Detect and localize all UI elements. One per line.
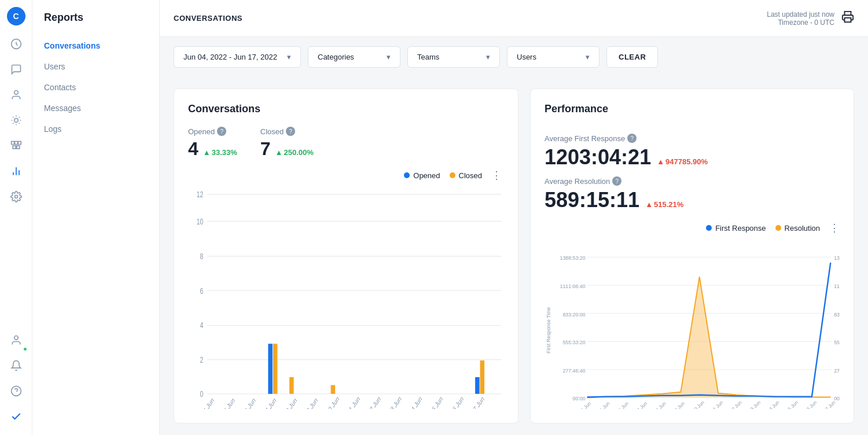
svg-text:4: 4 bbox=[200, 320, 204, 330]
timezone-text: Timezone - 0 UTC bbox=[767, 19, 834, 27]
svg-rect-6 bbox=[13, 146, 16, 149]
users-filter[interactable]: Users ▾ bbox=[507, 46, 599, 68]
svg-text:16 Jun: 16 Jun bbox=[450, 395, 465, 409]
svg-text:6: 6 bbox=[200, 286, 204, 296]
sidebar: Reports Conversations Users Contacts Mes… bbox=[32, 0, 160, 435]
date-range-filter[interactable]: Jun 04, 2022 - Jun 17, 2022 ▾ bbox=[174, 46, 301, 68]
svg-rect-43 bbox=[289, 377, 294, 394]
legend-opened-dot bbox=[404, 172, 410, 178]
date-range-value: Jun 04, 2022 - Jun 17, 2022 bbox=[183, 53, 277, 61]
svg-text:8: 8 bbox=[200, 251, 204, 261]
svg-text:1111:06:40: 1111:06:40 bbox=[560, 283, 586, 289]
conversations-chart-more-icon[interactable]: ⋮ bbox=[491, 169, 502, 182]
sidebar-title: Reports bbox=[32, 12, 159, 35]
svg-text:17 Jun: 17 Jun bbox=[470, 395, 486, 409]
user-avatar-icon[interactable] bbox=[5, 329, 28, 352]
svg-text:00:00: 00:00 bbox=[834, 396, 840, 401]
svg-rect-3 bbox=[11, 142, 14, 145]
avatar[interactable]: C bbox=[7, 7, 25, 25]
svg-text:277:46:40: 277:46:40 bbox=[834, 368, 840, 374]
svg-text:555:33:20: 555:33:20 bbox=[562, 340, 585, 345]
svg-text:1388:53:20: 1388:53:20 bbox=[560, 255, 586, 261]
resolution-help-icon[interactable]: ? bbox=[612, 176, 621, 186]
first-response-label: Average First Response ? bbox=[545, 134, 840, 143]
svg-text:10 Jun: 10 Jun bbox=[691, 399, 705, 409]
nav-reports-icon[interactable] bbox=[5, 160, 28, 183]
performance-chart-more-icon[interactable]: ⋮ bbox=[829, 222, 840, 234]
svg-rect-41 bbox=[268, 344, 273, 394]
svg-text:10: 10 bbox=[197, 216, 204, 227]
icon-rail: C bbox=[0, 0, 32, 435]
nav-contacts-icon[interactable] bbox=[5, 83, 28, 106]
svg-text:6 Jun: 6 Jun bbox=[617, 400, 630, 409]
nav-listen-icon[interactable] bbox=[5, 109, 28, 132]
conversations-stats-row: Opened ? 4 ▲ 33.33% Closed ? bbox=[188, 127, 504, 160]
svg-text:00:00: 00:00 bbox=[573, 396, 586, 401]
update-info: Last updated just now Timezone - 0 UTC bbox=[767, 10, 834, 27]
svg-text:1388:53:20: 1388:53:20 bbox=[834, 255, 840, 261]
legend-resolution-dot bbox=[775, 225, 781, 231]
closed-help-icon[interactable]: ? bbox=[286, 127, 295, 136]
svg-rect-4 bbox=[14, 142, 17, 145]
performance-card-title: Performance bbox=[545, 103, 840, 115]
opened-help-icon[interactable]: ? bbox=[217, 127, 226, 136]
clear-button[interactable]: CLEAR bbox=[606, 46, 658, 68]
sidebar-item-contacts[interactable]: Contacts bbox=[32, 77, 159, 98]
svg-rect-44 bbox=[331, 385, 336, 394]
resolution-change: ▲ 515.21% bbox=[645, 200, 683, 209]
svg-text:13 Jun: 13 Jun bbox=[747, 399, 762, 409]
svg-text:6 Jun: 6 Jun bbox=[244, 396, 256, 409]
svg-text:8 Jun: 8 Jun bbox=[654, 400, 667, 409]
resolution-label: Average Resolution ? bbox=[545, 176, 840, 186]
filter-bar: Jun 04, 2022 - Jun 17, 2022 ▾ Categories… bbox=[160, 37, 868, 77]
first-response-help-icon[interactable]: ? bbox=[627, 134, 637, 143]
users-value: Users bbox=[517, 53, 536, 61]
svg-text:833:20:00: 833:20:00 bbox=[562, 312, 585, 318]
performance-line-chart: 00:00 277:46:40 555:33:20 833:20:00 1111… bbox=[545, 246, 840, 409]
nav-checkmark-icon[interactable] bbox=[5, 405, 28, 428]
svg-text:8 Jun: 8 Jun bbox=[285, 396, 297, 409]
nav-chat-icon[interactable] bbox=[5, 58, 28, 81]
legend-first-response: First Response bbox=[706, 224, 766, 233]
categories-filter[interactable]: Categories ▾ bbox=[308, 46, 400, 68]
sidebar-item-conversations[interactable]: Conversations bbox=[32, 35, 159, 56]
svg-point-2 bbox=[14, 119, 18, 123]
sidebar-item-logs[interactable]: Logs bbox=[32, 119, 159, 139]
nav-help-icon[interactable] bbox=[5, 379, 28, 403]
svg-text:1111:06:40: 1111:06:40 bbox=[834, 283, 840, 289]
topbar: CONVERSATIONS Last updated just now Time… bbox=[160, 0, 868, 37]
categories-arrow-icon: ▾ bbox=[387, 53, 391, 61]
performance-chart-header: First Response Resolution ⋮ bbox=[545, 222, 840, 234]
print-icon[interactable] bbox=[841, 10, 854, 26]
performance-card: Performance Average First Response ? 120… bbox=[530, 89, 854, 423]
svg-text:9 Jun: 9 Jun bbox=[673, 400, 686, 409]
categories-value: Categories bbox=[318, 53, 354, 61]
svg-rect-12 bbox=[845, 18, 851, 22]
nav-dashboard-icon[interactable] bbox=[5, 32, 28, 56]
svg-text:12: 12 bbox=[197, 189, 204, 200]
first-response-value: 1203:04:21 ▲ 947785.90% bbox=[545, 145, 840, 169]
svg-text:7 Jun: 7 Jun bbox=[264, 396, 277, 409]
conversations-card-title: Conversations bbox=[188, 103, 504, 115]
svg-text:16 Jun: 16 Jun bbox=[803, 399, 818, 409]
opened-change: ▲ 33.33% bbox=[203, 148, 237, 157]
conversations-bar-chart: 0 2 4 6 8 10 12 bbox=[188, 186, 504, 409]
svg-text:9 Jun: 9 Jun bbox=[306, 396, 318, 409]
nav-settings-icon[interactable] bbox=[5, 185, 28, 208]
closed-value: 7 ▲ 250.00% bbox=[260, 138, 314, 160]
sidebar-item-users[interactable]: Users bbox=[32, 56, 159, 77]
legend-opened: Opened bbox=[404, 171, 440, 180]
nav-notifications-icon[interactable] bbox=[5, 354, 28, 377]
svg-text:277:46:40: 277:46:40 bbox=[562, 368, 585, 374]
users-arrow-icon: ▾ bbox=[586, 53, 590, 61]
last-updated-text: Last updated just now bbox=[767, 10, 834, 19]
first-response-change: ▲ 947785.90% bbox=[657, 157, 708, 166]
svg-text:First Response Time: First Response Time bbox=[546, 307, 551, 353]
online-status-dot bbox=[23, 346, 28, 352]
legend-closed-dot bbox=[450, 172, 455, 178]
content-area: Conversations Opened ? 4 ▲ 33.33% bbox=[160, 77, 868, 435]
teams-filter[interactable]: Teams ▾ bbox=[407, 46, 500, 68]
sidebar-item-messages[interactable]: Messages bbox=[32, 98, 159, 119]
svg-text:15 Jun: 15 Jun bbox=[429, 395, 444, 409]
nav-org-icon[interactable] bbox=[5, 134, 28, 157]
